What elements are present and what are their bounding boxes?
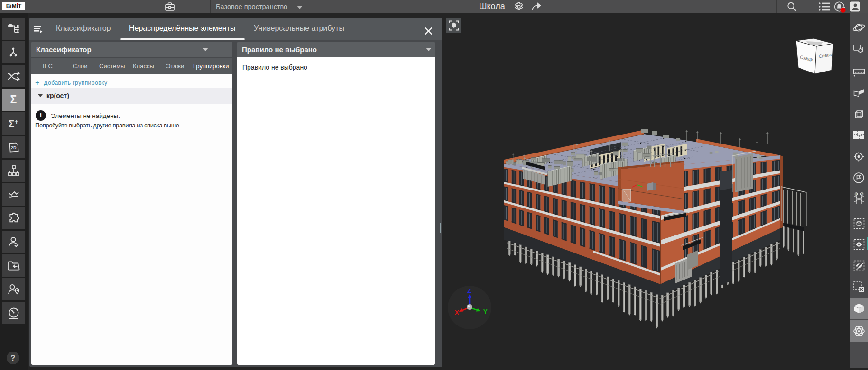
svg-text:Y: Y bbox=[483, 308, 488, 315]
svg-text:Z: Z bbox=[467, 287, 471, 294]
svg-text:2: 2 bbox=[861, 192, 863, 196]
svg-text:X: X bbox=[455, 309, 459, 316]
svg-text:2D: 2D bbox=[11, 145, 17, 150]
svg-text:1: 1 bbox=[855, 192, 857, 196]
